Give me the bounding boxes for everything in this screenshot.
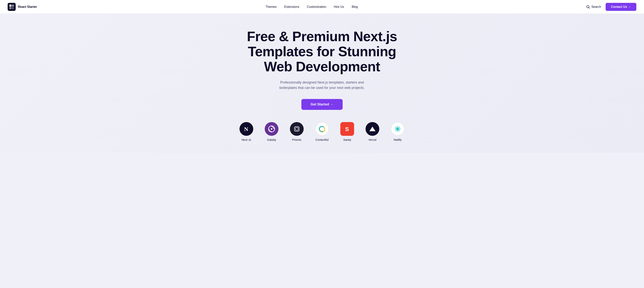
search-icon — [586, 5, 590, 8]
tech-item-sanity: S Sanity — [340, 122, 354, 141]
tech-item-prismic: Prismic — [290, 122, 304, 141]
nextjs-icon: N — [240, 122, 253, 136]
netlify-icon — [391, 122, 404, 136]
nav-links: Themes Extensions Customization Hire Us … — [266, 5, 358, 8]
gatsby-label: Gatsby — [267, 138, 276, 141]
hero-section: Free & Premium Next.js Templates for Stu… — [0, 14, 644, 153]
netlify-label: Netlify — [394, 138, 402, 141]
sanity-icon: S — [340, 122, 354, 136]
svg-point-8 — [271, 128, 272, 130]
tech-item-netlify: Netlify — [391, 122, 404, 141]
svg-text:N: N — [244, 126, 248, 132]
svg-line-5 — [589, 8, 590, 8]
gatsby-icon — [265, 122, 278, 136]
nav-hire-us[interactable]: Hire Us — [334, 5, 344, 8]
svg-line-20 — [396, 130, 397, 131]
svg-line-18 — [398, 130, 400, 131]
contact-label: Contact Us → — [611, 5, 631, 8]
svg-rect-0 — [9, 4, 12, 7]
get-started-button[interactable]: Get Started → — [301, 99, 343, 110]
svg-line-19 — [398, 127, 400, 128]
contentful-icon — [315, 122, 329, 136]
navbar: React Starter Themes Extensions Customiz… — [0, 0, 644, 14]
svg-rect-1 — [12, 4, 14, 7]
tech-logos: N Next Js Gatsby — [240, 122, 404, 141]
hero-title: Free & Premium Next.js Templates for Stu… — [236, 29, 408, 74]
tech-item-nextjs: N Next Js — [240, 122, 253, 141]
search-label: Search — [591, 5, 601, 8]
get-started-label: Get Started → — [310, 102, 334, 106]
nav-customization[interactable]: Customization — [307, 5, 326, 8]
svg-point-4 — [587, 5, 589, 8]
tech-item-vercel: Vercel — [366, 122, 379, 141]
svg-rect-3 — [12, 7, 14, 9]
svg-rect-9 — [294, 127, 299, 131]
logo-icon — [8, 3, 16, 11]
svg-text:S: S — [345, 126, 349, 132]
tech-item-gatsby: Gatsby — [265, 122, 278, 141]
search-button[interactable]: Search — [586, 5, 601, 8]
vercel-label: Vercel — [368, 138, 376, 141]
svg-rect-2 — [9, 7, 12, 9]
logo-link[interactable]: React Starter — [8, 3, 37, 11]
nav-themes[interactable]: Themes — [266, 5, 277, 8]
svg-marker-12 — [369, 127, 376, 131]
sanity-label: Sanity — [343, 138, 351, 141]
logo-text: React Starter — [18, 5, 37, 8]
prismic-icon — [290, 122, 304, 136]
vercel-icon — [366, 122, 379, 136]
prismic-label: Prismic — [292, 138, 301, 141]
contact-button[interactable]: Contact Us → — [606, 3, 636, 11]
nextjs-label: Next Js — [242, 138, 251, 141]
nav-extensions[interactable]: Extensions — [284, 5, 299, 8]
hero-subtitle: Professionally designed Next.js template… — [272, 80, 372, 91]
nav-blog[interactable]: Blog — [352, 5, 358, 8]
svg-point-21 — [397, 128, 398, 130]
tech-item-contentful: Contentful — [315, 122, 329, 141]
navbar-right: Search Contact Us → — [586, 3, 636, 11]
svg-line-17 — [396, 127, 397, 128]
svg-rect-10 — [296, 128, 298, 130]
contentful-label: Contentful — [316, 138, 328, 141]
